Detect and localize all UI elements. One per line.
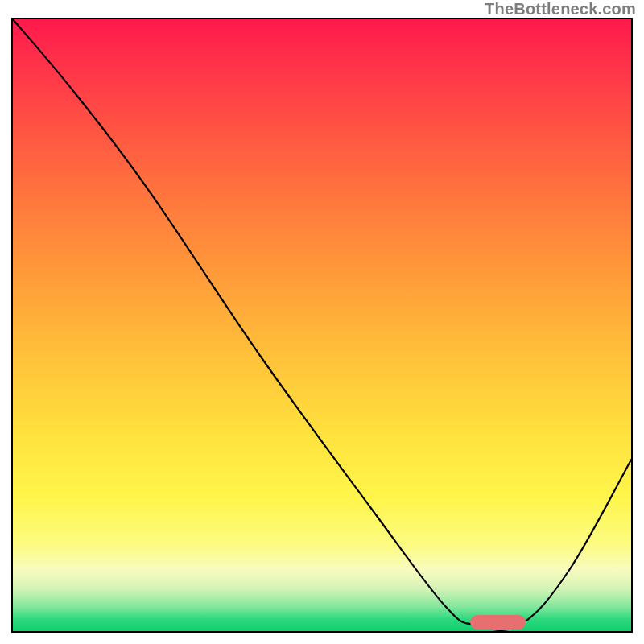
chart-container: TheBottleneck.com xyxy=(0,0,644,644)
curve-path xyxy=(13,19,631,630)
optimal-range-marker xyxy=(470,615,526,630)
watermark-text: TheBottleneck.com xyxy=(485,0,636,19)
plot-area xyxy=(11,18,633,633)
bottleneck-curve xyxy=(13,19,631,631)
